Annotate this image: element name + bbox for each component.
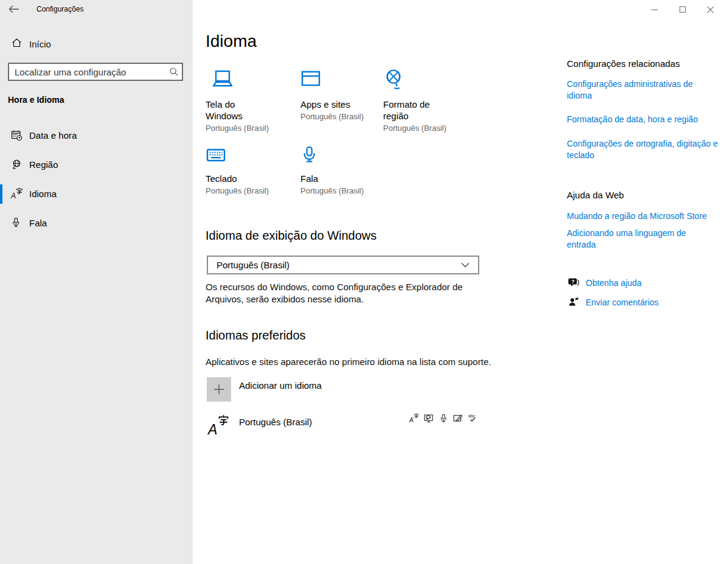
link-spelling-typing-keyboard-settings[interactable]: Configurações de ortografia, digitação e…: [567, 138, 726, 161]
link-adding-input-language[interactable]: Adicionando uma linguagem de entrada: [567, 228, 698, 251]
get-help-link[interactable]: ? Obtenha ajuda: [567, 277, 642, 288]
sidebar: Configurações Início Hora e Idioma Data …: [0, 0, 193, 564]
text-to-speech-icon: [424, 413, 434, 423]
sidebar-item-label: Data e hora: [29, 130, 77, 141]
close-button[interactable]: [696, 0, 724, 19]
display-language-dropdown[interactable]: Português (Brasil): [207, 256, 479, 274]
calendar-clock-icon: [11, 130, 23, 141]
back-button[interactable]: [8, 4, 21, 15]
feature-card-speech: Fala Português (Brasil): [300, 143, 383, 217]
display-language-description: Os recursos do Windows, como Configuraçõ…: [206, 281, 476, 305]
minimize-icon: [651, 6, 658, 13]
language-name: Português (Brasil): [239, 417, 312, 427]
add-language-label: Adicionar um idioma: [239, 380, 322, 402]
feature-card-title: Apps e sites: [300, 99, 364, 110]
sidebar-item-label: Início: [29, 39, 51, 49]
feature-card-title: Formato de região: [383, 99, 446, 122]
chevron-down-icon: [461, 262, 470, 268]
add-language-button[interactable]: Adicionar um idioma: [207, 377, 322, 402]
language-capability-icons: A abc: [409, 413, 477, 423]
language-characters-icon: A: [208, 414, 230, 436]
feature-card-title: Teclado: [206, 173, 269, 184]
help-bubble-icon: ?: [567, 277, 580, 288]
display-language-heading: Idioma de exibição do Windows: [206, 229, 376, 243]
sidebar-item-speech[interactable]: Fala: [0, 209, 193, 238]
language-feature-grid: Tela do Windows Português (Brasil) Apps …: [206, 69, 480, 217]
sidebar-item-home[interactable]: Início: [0, 35, 193, 57]
preferred-languages-description: Aplicativos e sites aparecerão no primei…: [206, 356, 546, 368]
basic-typing-icon: abc: [468, 413, 477, 423]
microphone-icon: [300, 143, 383, 165]
desk-globe-icon: [11, 159, 22, 170]
feature-card-subtitle: Português (Brasil): [300, 112, 383, 121]
sidebar-item-label: Idioma: [29, 189, 57, 199]
svg-text:abc: abc: [468, 414, 476, 418]
maximize-button[interactable]: [668, 0, 696, 19]
send-feedback-label: Enviar comentários: [586, 298, 659, 307]
related-settings-heading: Configurações relacionadas: [567, 58, 680, 69]
link-date-time-region-formatting[interactable]: Formatação de data, hora e região: [567, 114, 698, 125]
feedback-person-icon: [567, 297, 580, 307]
feature-card-keyboard: Teclado Português (Brasil): [206, 143, 300, 217]
sidebar-item-language[interactable]: A Idioma: [0, 179, 193, 209]
get-help-label: Obtenha ajuda: [586, 278, 642, 288]
app-window-icon: [300, 69, 383, 91]
close-icon: [707, 6, 714, 13]
window-controls: [640, 0, 724, 19]
web-help-heading: Ajuda da Web: [567, 190, 624, 200]
preferred-languages-heading: Idiomas preferidos: [206, 329, 306, 343]
region-globe-icon: [383, 69, 480, 91]
feature-card-subtitle: Português (Brasil): [206, 124, 300, 133]
feature-card-subtitle: Português (Brasil): [300, 186, 383, 195]
page-title: Idioma: [206, 32, 257, 51]
language-characters-icon: A: [11, 187, 23, 199]
dropdown-selected-value: Português (Brasil): [217, 260, 289, 270]
search-input[interactable]: [9, 67, 166, 77]
minimize-button[interactable]: [640, 0, 668, 19]
search-box: [8, 63, 183, 81]
display-language-icon: A: [409, 413, 419, 423]
sidebar-item-label: Região: [29, 159, 58, 170]
feature-card-subtitle: Português (Brasil): [383, 124, 480, 133]
link-changing-microsoft-store-region[interactable]: Mudando a região da Microsoft Store: [567, 211, 707, 222]
feature-card-apps-sites: Apps e sites Português (Brasil): [300, 69, 383, 143]
speech-recognition-icon: [439, 413, 448, 423]
feature-card-subtitle: Português (Brasil): [206, 186, 300, 195]
home-icon: [12, 38, 22, 48]
back-arrow-icon: [8, 4, 21, 14]
maximize-icon: [679, 6, 686, 13]
microphone-icon: [11, 217, 21, 228]
keyboard-icon: [206, 143, 300, 165]
laptop-icon: [206, 69, 300, 91]
sidebar-item-label: Fala: [29, 218, 47, 228]
feature-card-region-format: Formato de região Português (Brasil): [383, 69, 480, 143]
feature-card-title: Tela do Windows: [206, 99, 269, 122]
sidebar-item-date-time[interactable]: Data e hora: [0, 121, 193, 150]
send-feedback-link[interactable]: Enviar comentários: [567, 297, 659, 307]
link-administrative-language-settings[interactable]: Configurações administrativas de idioma: [567, 78, 710, 102]
handwriting-icon: [453, 413, 463, 423]
feature-card-title: Fala: [300, 173, 364, 184]
language-list-item[interactable]: A Português (Brasil) A ab: [206, 411, 479, 438]
window-title: Configurações: [36, 5, 83, 13]
plus-icon: [207, 377, 231, 402]
settings-window: { "window": { "title": "Configurações" }…: [0, 0, 728, 564]
svg-text:?: ?: [571, 279, 574, 285]
feature-card-windows-display: Tela do Windows Português (Brasil): [206, 69, 300, 143]
search-icon[interactable]: [166, 64, 182, 80]
sidebar-item-region[interactable]: Região: [0, 150, 193, 179]
sidebar-section-heading: Hora e Idioma: [8, 95, 64, 105]
